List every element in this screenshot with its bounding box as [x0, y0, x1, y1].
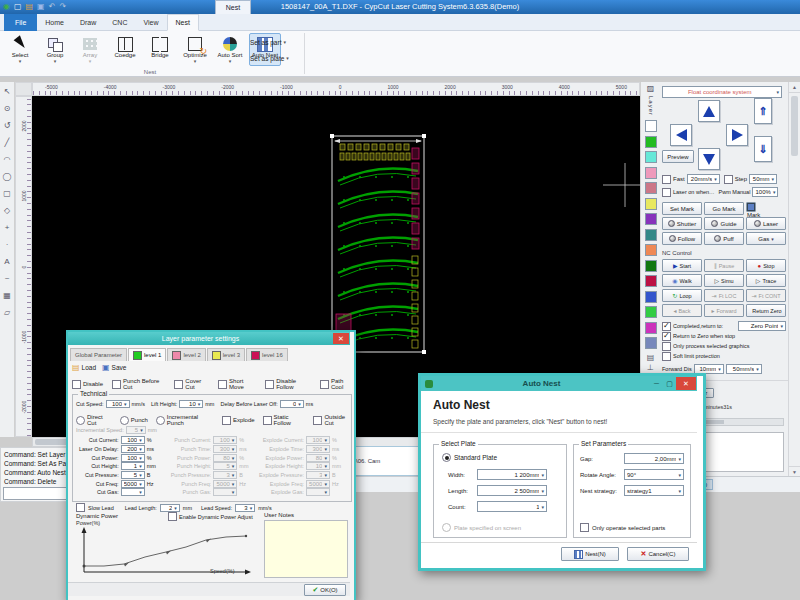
cut-mode-option[interactable]: Punch: [120, 416, 148, 425]
cut-mode-option[interactable]: Incremental Punch: [156, 414, 214, 426]
layer-swatch[interactable]: [645, 244, 657, 256]
ribbon-tab[interactable]: View: [135, 14, 166, 31]
draw-tool-icon[interactable]: ◠: [4, 155, 11, 165]
scroll-up-icon[interactable]: ▲: [789, 82, 800, 93]
fast-checkbox[interactable]: [662, 175, 671, 184]
draw-tool-icon[interactable]: ╱: [5, 138, 10, 148]
param-select[interactable]: 200▾: [121, 445, 145, 453]
auto-nest-titlebar[interactable]: Auto Nest ─ ▢ ✕: [421, 376, 697, 391]
nc-option[interactable]: Completed,return to:: [662, 322, 749, 331]
standard-plate-radio[interactable]: Standard Plate: [442, 453, 497, 462]
option-checkbox[interactable]: Short Move: [218, 378, 256, 390]
param-select[interactable]: 3▾: [306, 471, 330, 479]
nc-button[interactable]: ↻ Loop: [662, 289, 702, 302]
only-selected-checkbox[interactable]: Only operate selected parts: [580, 523, 665, 532]
param-select[interactable]: 5▾: [213, 462, 237, 470]
mark-button[interactable]: Shutter ▾: [662, 217, 702, 230]
draw-tool-icon[interactable]: A: [4, 257, 9, 267]
floating-nest-tab[interactable]: Nest: [215, 0, 251, 14]
mark-button[interactable]: Mark ▾: [746, 202, 756, 212]
nc-button[interactable]: ▷ Trace: [746, 274, 786, 287]
minimize-icon[interactable]: ─: [650, 377, 663, 390]
param-select[interactable]: 5000▾: [121, 480, 145, 488]
layer-swatch[interactable]: [645, 229, 657, 241]
param-select[interactable]: ▾: [121, 488, 145, 496]
option-checkbox[interactable]: Path Cool: [320, 378, 354, 390]
mark-button[interactable]: Guide ▾: [704, 217, 744, 230]
step-select[interactable]: 50mm▾: [749, 174, 777, 184]
layer-swatch[interactable]: [645, 322, 657, 334]
fast-speed-select[interactable]: 20mm/s▾: [687, 174, 720, 184]
param-select[interactable]: 300▾: [306, 445, 330, 453]
length-select[interactable]: 2 500mm▾: [477, 485, 547, 496]
layer-swatch[interactable]: [645, 213, 657, 225]
layer-tab[interactable]: level 2: [167, 348, 205, 361]
jog-down-button[interactable]: [698, 148, 720, 170]
draw-tool-icon[interactable]: ~: [5, 274, 10, 284]
param-select[interactable]: 0▾: [280, 400, 304, 408]
layer-dialog-titlebar[interactable]: Layer parameter settings ✕: [68, 332, 350, 345]
cut-mode-option[interactable]: Explode: [222, 416, 255, 425]
param-select[interactable]: 5000▾: [213, 480, 237, 488]
nc-button[interactable]: ▷ Simu: [704, 274, 744, 287]
layer-swatch[interactable]: [645, 167, 657, 179]
nest-button[interactable]: Nest(N): [561, 547, 619, 561]
width-select[interactable]: 1 200mm▾: [477, 469, 547, 480]
set-as-part-button[interactable]: Set as part▾: [246, 37, 290, 48]
draw-tool-icon[interactable]: ◇: [4, 206, 10, 216]
param-select[interactable]: 80▾: [213, 454, 237, 462]
mark-button[interactable]: Gas ▾: [746, 232, 786, 245]
count-select[interactable]: 1▾: [477, 501, 547, 512]
load-button[interactable]: ▤Load: [72, 363, 96, 372]
plate-specified-radio[interactable]: Plate specified on screen: [442, 523, 521, 532]
cut-mode-option[interactable]: Outside Cut: [313, 414, 354, 426]
scroll-down-icon[interactable]: ▼: [789, 466, 800, 476]
ribbon-tab[interactable]: File: [4, 14, 37, 31]
layer-tab[interactable]: level 3: [207, 348, 245, 361]
draw-tool-icon[interactable]: ◯: [3, 172, 12, 182]
gap-select[interactable]: 2,00mm▾: [624, 453, 684, 464]
step-checkbox[interactable]: [724, 175, 733, 184]
ok-button[interactable]: ✔ OK(O): [304, 584, 346, 596]
mark-button[interactable]: Follow ▾: [662, 232, 702, 245]
set-as-plate-button[interactable]: Set as plate▾: [246, 53, 293, 64]
save-button[interactable]: ▣Save: [102, 363, 126, 372]
mark-button[interactable]: Puff ▾: [704, 232, 744, 245]
coordinate-system-select[interactable]: Float coordinate system ▾: [662, 86, 782, 98]
draw-tool-icon[interactable]: ⊙: [4, 104, 11, 114]
slow-lead-checkbox[interactable]: [76, 503, 85, 512]
ribbon-tab[interactable]: Home: [37, 14, 72, 31]
param-select[interactable]: 100▾: [213, 436, 237, 444]
jog-right-button[interactable]: [726, 124, 748, 146]
nc-button[interactable]: ◂ Back: [662, 304, 702, 317]
param-select[interactable]: 300▾: [213, 445, 237, 453]
layer-tab[interactable]: Global Parameter: [70, 348, 127, 361]
param-select[interactable]: ▾: [306, 488, 330, 496]
horizontal-ruler[interactable]: -5000-4000-3000-2000-1000010002000300040…: [32, 82, 640, 96]
lead-length-select[interactable]: 2▾: [160, 504, 180, 512]
z-down-button[interactable]: ⇓: [754, 136, 772, 162]
user-notes-input[interactable]: [264, 520, 348, 578]
z-up-button[interactable]: ⇑: [754, 98, 772, 124]
ribbon-button[interactable]: Bridge ▾: [144, 33, 176, 66]
layer-swatch[interactable]: [645, 275, 657, 287]
option-checkbox[interactable]: Punch Before Cut: [112, 378, 165, 390]
nc-button[interactable]: Return Zero: [746, 304, 786, 317]
ribbon-button[interactable]: Auto Sort ▾: [214, 33, 246, 66]
layer-swatch[interactable]: [645, 151, 657, 163]
layer-swatch[interactable]: [645, 260, 657, 272]
jog-left-button[interactable]: [670, 124, 692, 146]
mark-button[interactable]: Set Mark ▾: [662, 202, 702, 215]
laser-on-checkbox[interactable]: [662, 188, 671, 197]
ribbon-button[interactable]: Group ▾: [39, 33, 71, 66]
ribbon-tab[interactable]: Nest: [167, 14, 199, 31]
nc-option[interactable]: Only process selected graphics: [662, 342, 749, 351]
param-select[interactable]: 3▾: [213, 471, 237, 479]
enable-dynamic-power[interactable]: Enable Dynamic Power Adjust: [168, 512, 253, 521]
scrollbar-thumb[interactable]: [791, 96, 798, 156]
nc-button[interactable]: ⇥ Ft CONT: [746, 289, 786, 302]
layer-swatch[interactable]: [645, 182, 657, 194]
draw-tool-icon[interactable]: ▢: [3, 189, 11, 199]
notebook-icon[interactable]: ▤: [647, 353, 655, 363]
param-select[interactable]: 5▾: [126, 426, 146, 434]
